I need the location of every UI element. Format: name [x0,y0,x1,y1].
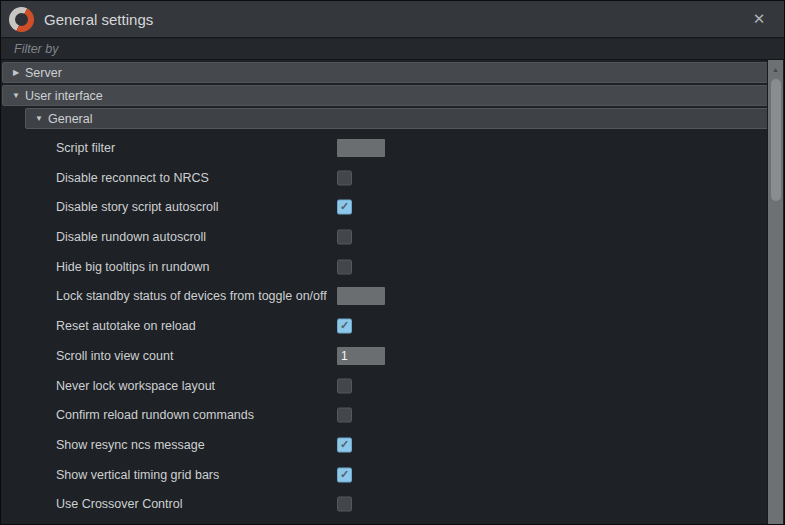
setting-row-show-resync-ncs-message: Show resync ncs message ✓ [1,430,769,460]
vertical-scrollbar[interactable]: ▲ [767,60,783,524]
setting-row-use-crossover-control: Use Crossover Control [1,490,769,520]
setting-control: ✓ [337,319,352,334]
general-settings-window: General settings ✕ ▶ Server ▼ User inter… [0,0,785,525]
setting-row-script-filter: Script filter [1,133,769,163]
checkbox-disable-reconnect-to-nrcs[interactable] [337,170,352,185]
section-label: General [48,112,92,126]
input-scroll-into-view-count[interactable] [337,347,385,365]
checkbox-disable-rundown-autoscroll[interactable] [337,230,352,245]
setting-label: Lock standby status of devices from togg… [56,289,327,303]
setting-label: Hide big tooltips in rundown [56,260,210,274]
setting-control [337,378,352,393]
setting-label: Script filter [56,141,115,155]
setting-control [337,230,352,245]
setting-label: Never lock workspace layout [56,379,215,393]
setting-control: ✓ [337,438,352,453]
setting-control: ✓ [337,200,352,215]
check-icon: ✓ [340,469,349,480]
close-icon[interactable]: ✕ [742,10,776,28]
setting-row-never-lock-workspace-layout: Never lock workspace layout [1,371,769,401]
setting-label: Disable rundown autoscroll [56,230,206,244]
section-header-server[interactable]: ▶ Server [2,62,768,83]
setting-row-confirm-reload-rundown-commands: Confirm reload rundown commands [1,400,769,430]
chevron-down-icon: ▼ [9,91,23,100]
setting-row-reset-autotake-on-reload: Reset autotake on reload ✓ [1,311,769,341]
chevron-right-icon: ▶ [9,68,23,77]
checkbox-show-vertical-timing-grid-bars[interactable]: ✓ [337,467,352,482]
setting-control [337,408,352,423]
section-header-general[interactable]: ▼ General [25,108,769,129]
scrollbar-thumb[interactable] [771,79,781,201]
setting-control [337,497,352,512]
setting-control: ✓ [337,467,352,482]
setting-label: Confirm reload rundown commands [56,408,254,422]
input-lock-standby-status-of-devices-from-toggle-on-off[interactable] [337,287,385,305]
section-label: User interface [25,89,103,103]
setting-label: Reset autotake on reload [56,319,196,333]
setting-label: Show resync ncs message [56,438,205,452]
chevron-down-icon: ▼ [32,114,46,123]
titlebar: General settings ✕ [1,1,784,38]
setting-row-disable-rundown-autoscroll: Disable rundown autoscroll [1,222,769,252]
setting-row-disable-story-script-autoscroll: Disable story script autoscroll ✓ [1,192,769,222]
checkbox-reset-autotake-on-reload[interactable]: ✓ [337,319,352,334]
window-title: General settings [44,11,742,28]
settings-content: ▶ Server ▼ User interface ▼ General Scri… [1,60,769,524]
check-icon: ✓ [340,320,349,331]
setting-row-hide-big-tooltips-in-rundown: Hide big tooltips in rundown [1,252,769,282]
setting-control [337,347,385,365]
checkbox-confirm-reload-rundown-commands[interactable] [337,408,352,423]
checkbox-disable-story-script-autoscroll[interactable]: ✓ [337,200,352,215]
setting-control [337,259,352,274]
check-icon: ✓ [340,439,349,450]
check-icon: ✓ [340,201,349,212]
scroll-up-icon[interactable]: ▲ [768,60,783,78]
app-logo-icon [9,7,34,32]
setting-control [337,287,385,305]
section-label: Server [25,66,62,80]
setting-label: Scroll into view count [56,349,173,363]
setting-row-lock-standby-status-of-devices-from-toggle-on-off: Lock standby status of devices from togg… [1,282,769,312]
input-script-filter[interactable] [337,139,385,157]
setting-control [337,139,385,157]
checkbox-use-crossover-control[interactable] [337,497,352,512]
setting-control [337,170,352,185]
app-logo-center [15,13,28,26]
section-header-user-interface[interactable]: ▼ User interface [2,85,768,106]
setting-label: Disable reconnect to NRCS [56,171,209,185]
filter-input[interactable] [1,39,784,59]
checkbox-show-resync-ncs-message[interactable]: ✓ [337,438,352,453]
setting-row-disable-reconnect-to-nrcs: Disable reconnect to NRCS [1,163,769,193]
setting-label: Show vertical timing grid bars [56,468,219,482]
filter-bar [1,39,784,60]
setting-label: Disable story script autoscroll [56,200,219,214]
checkbox-hide-big-tooltips-in-rundown[interactable] [337,259,352,274]
setting-row-show-vertical-timing-grid-bars: Show vertical timing grid bars ✓ [1,460,769,490]
checkbox-never-lock-workspace-layout[interactable] [337,378,352,393]
setting-label: Use Crossover Control [56,497,182,511]
setting-row-scroll-into-view-count: Scroll into view count [1,341,769,371]
settings-rows: Script filter Disable reconnect to NRCS … [1,133,769,519]
